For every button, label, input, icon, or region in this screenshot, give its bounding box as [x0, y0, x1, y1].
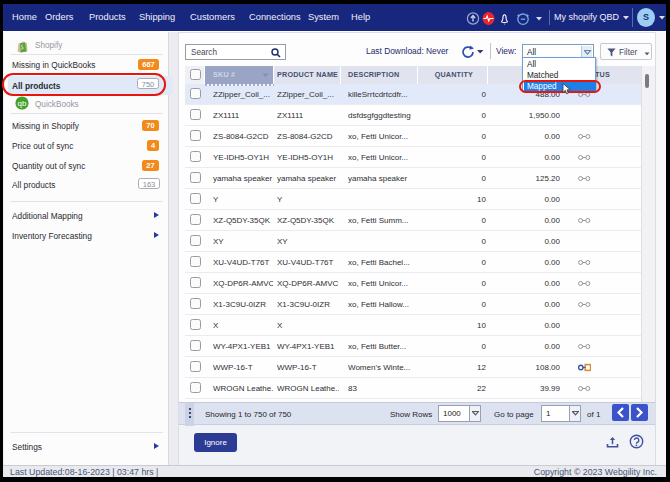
svg-text:qb: qb [18, 99, 27, 108]
